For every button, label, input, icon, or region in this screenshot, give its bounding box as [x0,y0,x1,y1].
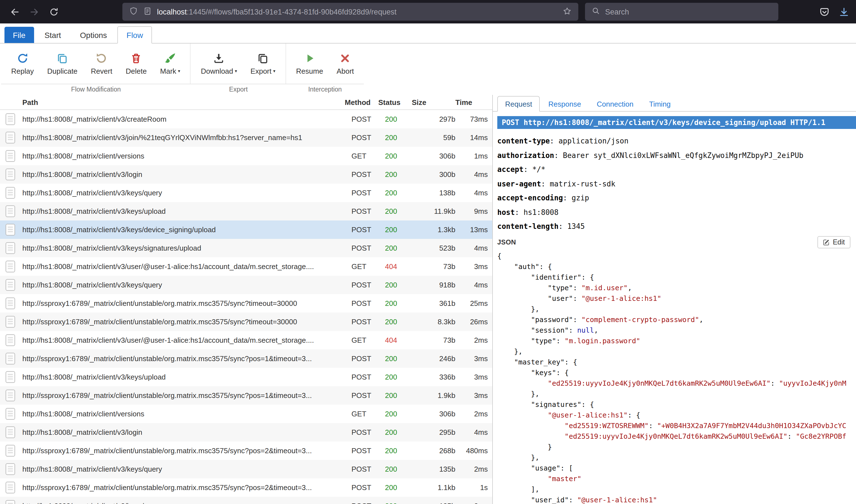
flow-icon-cell [0,279,20,291]
edit-body-button[interactable]: Edit [818,236,851,248]
download-button[interactable]: Download▾ [194,49,244,78]
back-button[interactable] [5,3,23,21]
flow-time: 4ms [456,188,492,197]
flow-row[interactable]: http://ssproxy1:6789/_matrix/client/unst… [0,478,492,497]
flow-size: 336b [415,373,456,381]
flow-row[interactable]: http://hs1:8008/_matrix/client/versionsG… [0,147,492,165]
flow-document-icon [5,168,15,180]
delete-icon [131,52,142,65]
flow-icon-cell [0,371,20,383]
flow-row[interactable]: http://hs1:8008/_matrix/client/v3/keys/q… [0,460,492,478]
flow-document-icon [5,113,15,125]
flow-row[interactable]: http://hs1:8008/_matrix/client/v3/loginP… [0,423,492,442]
flow-time: 3ms [456,262,492,271]
page-info-icon[interactable] [143,6,152,17]
flow-row[interactable]: http://hs1:8008/_matrix/client/v3/loginP… [0,165,492,184]
flow-method: POST [352,299,385,308]
flow-status: 200 [385,502,415,504]
request-header-line[interactable]: content-length: 1345 [497,221,856,232]
flow-size: 361b [415,299,456,308]
url-bar[interactable]: localhost:1445/#/flows/fba5f13d-91e1-437… [122,3,578,21]
duplicate-icon [56,52,68,65]
header-name: host [497,208,515,216]
request-headers: content-type: application/jsonauthorizat… [497,136,856,232]
flow-row[interactable]: http://hs1:8008/_matrix/client/v3/keys/q… [0,276,492,294]
flow-row[interactable]: http://hs1:8008/_matrix/client/v3/keys/u… [0,368,492,386]
flow-icon-cell [0,132,20,143]
flow-path: http://hs1:8008/_matrix/client/v3/user/@… [20,336,352,344]
request-header-line[interactable]: content-type: application/json [497,136,856,146]
flow-time: 2ms [456,502,492,504]
resume-button[interactable]: Resume [289,49,330,78]
flow-row[interactable]: http://ssproxy1:6789/_matrix/client/unst… [0,386,492,404]
flow-row[interactable]: http://hs1:8008/_matrix/client/v3/keys/s… [0,239,492,257]
tab-request[interactable]: Request [497,96,540,112]
header-name: authorization [497,151,554,159]
pocket-icon[interactable] [819,6,830,17]
browser-search-bar[interactable]: Search [585,3,778,21]
menu-tab-file[interactable]: File [4,27,34,43]
flow-row[interactable]: http://ssproxy1:6789/_matrix/client/unst… [0,312,492,331]
flow-row[interactable]: http://ssproxy1:6789/_matrix/client/unst… [0,294,492,312]
flow-row[interactable]: http://hs1:8008/_matrix/client/v3/join/%… [0,128,492,147]
request-header-line[interactable]: authorization: Bearer syt_dXNlci0xLWFsaW… [497,150,856,160]
flow-time: 1s [456,483,492,492]
flow-row[interactable]: http://hs1:8008/_matrix/client/versionsG… [0,404,492,423]
flow-row[interactable]: http://hs1:8008/_matrix/client/v3/user/@… [0,331,492,349]
flow-path: http://hs1:8008/_matrix/client/v3/keys/q… [20,502,352,504]
replay-button[interactable]: Replay [4,49,40,78]
menu-tab-flow[interactable]: Flow [118,26,152,43]
mark-button[interactable]: Mark▾ [153,49,187,78]
flow-table: Path Method Status Size Time http://hs1:… [0,95,493,504]
flow-method: GET [352,410,385,418]
flow-time: 4ms [456,244,492,252]
flow-size: 73b [415,262,456,271]
flow-size: 295b [415,428,456,436]
menu-tab-options[interactable]: Options [71,27,115,43]
flow-time: 3ms [456,355,492,363]
flow-row[interactable]: http://hs1:8008/_matrix/client/v3/keys/u… [0,202,492,220]
request-header-line[interactable]: user-agent: matrix-rust-sdk [497,179,856,189]
flow-row[interactable]: http://hs1:8008/_matrix/client/v3/keys/d… [0,220,492,239]
flow-status: 200 [385,281,415,289]
tab-response[interactable]: Response [541,96,588,111]
flow-document-icon [5,224,15,236]
flow-row[interactable]: http://hs1:8008/_matrix/client/v3/user/@… [0,257,492,276]
flow-row[interactable]: http://ssproxy1:6789/_matrix/client/unst… [0,442,492,460]
reload-button[interactable] [45,3,63,21]
flow-document-icon [5,500,15,504]
bookmark-star-icon[interactable] [563,6,571,17]
json-line: "type": "m.id.user", [497,283,856,293]
json-line: "user_id": "@user-1-alice:hs1" [497,494,856,504]
dropdown-caret-icon: ▾ [273,67,275,75]
header-name: content-type [497,137,550,145]
flow-size: 1.9kb [415,391,456,400]
duplicate-button[interactable]: Duplicate [40,49,84,78]
flow-time: 4ms [456,281,492,289]
revert-button[interactable]: Revert [84,49,119,78]
flow-row[interactable]: http://hs1:8008/_matrix/client/v3/keys/q… [0,184,492,202]
flow-row[interactable]: http://ssproxy1:6789/_matrix/client/unst… [0,349,492,368]
tab-connection[interactable]: Connection [589,96,641,111]
json-line: ], [497,484,856,494]
delete-button[interactable]: Delete [119,49,153,78]
menu-tab-start[interactable]: Start [36,27,69,43]
shield-icon[interactable] [129,6,138,17]
request-header-line[interactable]: accept: */* [497,165,856,175]
flow-size: 138b [415,188,456,197]
downloads-icon[interactable] [839,6,849,17]
request-header-line[interactable]: host: hs1:8008 [497,208,856,217]
flow-row[interactable]: http://hs1:8008/_matrix/client/v3/keys/q… [0,497,492,504]
forward-button[interactable] [25,3,43,21]
request-first-line[interactable]: POST http://hs1:8008/_matrix/client/v3/k… [497,116,856,129]
column-header-size: Size [408,98,452,106]
flow-icon-cell [0,242,20,254]
request-header-line[interactable]: accept-encoding: gzip [497,193,856,203]
abort-button[interactable]: Abort [330,49,361,78]
flow-size: 523b [415,244,456,252]
tab-timing[interactable]: Timing [642,96,678,111]
export-button[interactable]: Export▾ [244,49,282,78]
flow-row[interactable]: http://hs1:8008/_matrix/client/v3/create… [0,110,492,128]
url-path: :1445/#/flows/fba5f13d-91e1-4374-81fd-90… [187,7,397,16]
json-line: "keys": { [497,367,856,378]
